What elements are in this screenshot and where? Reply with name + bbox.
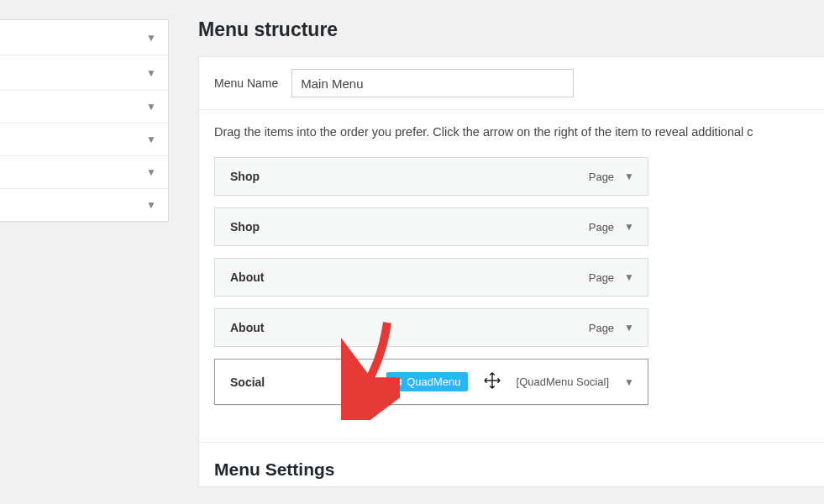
caret-down-icon: ▼	[146, 199, 156, 211]
menu-item-type: Page	[589, 171, 614, 183]
caret-down-icon: ▼	[146, 32, 156, 44]
caret-down-icon: ▼	[146, 134, 156, 145]
menu-name-row: Menu Name	[199, 57, 824, 110]
menu-item[interactable]: Shop Page ▼	[214, 207, 648, 246]
menu-item[interactable]: About Page ▼	[214, 308, 648, 347]
menu-item-type: Page	[589, 271, 614, 284]
main-content: Menu structure Menu Name Drag the items …	[198, 18, 824, 487]
menu-item-type: Page	[589, 221, 614, 234]
menu-item-selected[interactable]: Social QuadMenu [QuadMenu Social] ▼	[214, 359, 648, 405]
menu-item-type: [QuadMenu Social]	[517, 375, 610, 388]
menu-item-title: Shop	[230, 220, 260, 234]
help-text: Drag the items into the order you prefer…	[199, 110, 824, 157]
accordion-item[interactable]: ms ▼	[0, 20, 168, 55]
gear-icon	[391, 376, 403, 388]
menu-settings-heading: Menu Settings	[199, 442, 824, 486]
quadmenu-badge[interactable]: QuadMenu	[386, 372, 467, 391]
menu-item[interactable]: About Page ▼	[214, 258, 648, 297]
caret-down-icon[interactable]: ▼	[624, 376, 634, 388]
menu-item-title: About	[230, 270, 264, 284]
menu-item-title: About	[230, 321, 264, 334]
menu-item-type: Page	[589, 322, 614, 334]
move-cursor-icon	[483, 371, 501, 392]
accordion-item[interactable]: hives ▼	[0, 55, 168, 90]
quadmenu-badge-label: QuadMenu	[407, 375, 460, 388]
menu-item-title: Shop	[230, 170, 260, 183]
caret-down-icon[interactable]: ▼	[624, 171, 634, 182]
menu-name-input[interactable]	[291, 69, 574, 97]
menu-structure-box: Menu Name Drag the items into the order …	[198, 56, 824, 487]
caret-down-icon[interactable]: ▼	[624, 271, 634, 283]
accordion-item[interactable]: ▼	[0, 188, 168, 221]
caret-down-icon: ▼	[146, 166, 156, 178]
sidebar-accordion: ms ▼ hives ▼ ▼ ▼ ▼ ▼	[0, 19, 169, 222]
accordion-item[interactable]: ▼	[0, 123, 168, 155]
menu-name-label: Menu Name	[214, 76, 278, 90]
accordion-item[interactable]: ▼	[0, 90, 168, 123]
menu-items-list: Shop Page ▼ Shop Page ▼ About Page ▼	[199, 157, 824, 442]
caret-down-icon: ▼	[146, 67, 156, 79]
accordion-item[interactable]: ▼	[0, 155, 168, 188]
caret-down-icon[interactable]: ▼	[624, 221, 634, 233]
menu-item[interactable]: Shop Page ▼	[214, 157, 648, 196]
menu-structure-heading: Menu structure	[198, 18, 824, 41]
caret-down-icon[interactable]: ▼	[624, 322, 634, 333]
menu-item-title: Social	[230, 375, 265, 389]
caret-down-icon: ▼	[146, 101, 156, 113]
